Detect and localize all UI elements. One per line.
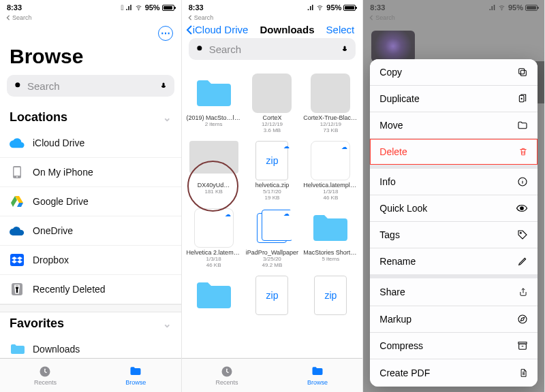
- folder-icon: [517, 120, 528, 130]
- location-icloud-drive[interactable]: iCloud Drive: [0, 129, 181, 158]
- battery-pct: 95%: [326, 3, 341, 12]
- file-item[interactable]: CorteX-True-Black-Neon 12/12/19 73 KB: [301, 69, 360, 137]
- file-item[interactable]: ☁︎ iPadPro_Wallpaper 3/25/20 49.2 MB: [243, 204, 302, 272]
- location-onedrive[interactable]: OneDrive: [0, 216, 181, 246]
- search-field[interactable]: Search: [189, 38, 356, 60]
- location-dropbox[interactable]: Dropbox: [0, 246, 181, 275]
- tab-bar: Recents Browse: [182, 358, 363, 392]
- location-on-my-iphone[interactable]: On My iPhone: [0, 158, 181, 187]
- back-button[interactable]: iCloud Drive: [186, 24, 249, 35]
- svg-point-9: [320, 10, 320, 10]
- chevron-down-icon: ⌄: [163, 112, 172, 124]
- iphone-icon: [10, 165, 25, 180]
- section-favorites[interactable]: Favorites ⌄: [0, 312, 181, 335]
- menu-copy[interactable]: Copy: [370, 59, 538, 86]
- cloud-icon: ☁︎: [283, 210, 290, 217]
- folder-title: Downloads: [260, 24, 314, 35]
- menu-share[interactable]: Share: [370, 278, 538, 306]
- archive-icon: [517, 340, 528, 351]
- status-time: 8:33: [189, 3, 204, 12]
- nav-back-search[interactable]: Search: [182, 14, 363, 21]
- menu-markup[interactable]: Markup: [370, 306, 538, 333]
- svg-rect-21: [519, 344, 527, 349]
- search-placeholder: Search: [209, 44, 341, 55]
- status-bar: 8:33 􀙇 .ıl 95%: [0, 0, 181, 14]
- folder-icon: [194, 280, 234, 311]
- duplicate-icon: [517, 93, 528, 104]
- status-time: 8:33: [370, 3, 385, 12]
- status-time: 8:33: [7, 3, 22, 12]
- menu-quick-look[interactable]: Quick Look: [370, 195, 538, 222]
- mic-icon[interactable]: [341, 44, 349, 54]
- tab-bar: Recents Browse: [0, 358, 181, 392]
- eye-icon: [516, 204, 528, 212]
- file-item[interactable]: (2019) MacSto…llpapers 2 items: [185, 69, 243, 137]
- status-right: .ıl 95%: [307, 3, 356, 12]
- file-item[interactable]: ☁︎ Helvetica 2.latemplate 1/3/18 46 KB: [185, 204, 243, 272]
- image-thumbnail: [311, 74, 350, 113]
- image-thumbnail: [252, 74, 292, 113]
- menu-info[interactable]: Info: [370, 169, 538, 195]
- stack-icon: [257, 213, 287, 243]
- file-item[interactable]: MacStories Shortcuts Icons 5 items: [301, 204, 360, 272]
- menu-compress[interactable]: Compress: [370, 333, 538, 359]
- battery-pct: 95%: [145, 3, 160, 12]
- select-button[interactable]: Select: [326, 24, 355, 35]
- nav-bar: iCloud Drive Downloads Select: [182, 21, 363, 38]
- battery-icon: [162, 5, 174, 11]
- annotation-circle: [187, 161, 238, 212]
- svg-rect-6: [10, 254, 24, 266]
- svg-point-18: [520, 207, 524, 210]
- file-item[interactable]: ☁︎ Helvetica.latemplate 1/3/18 46 KB: [301, 137, 360, 204]
- wifi-icon: [497, 4, 506, 11]
- status-bar: 8:33 .ıl 95%: [363, 0, 544, 14]
- page-title: Browse: [0, 21, 181, 75]
- menu-move[interactable]: Move: [370, 112, 538, 139]
- svg-point-10: [197, 46, 202, 50]
- svg-rect-15: [519, 69, 525, 74]
- tab-browse[interactable]: Browse: [91, 359, 181, 392]
- folder-icon: [129, 365, 142, 378]
- wifi-icon: [315, 4, 324, 11]
- menu-duplicate[interactable]: Duplicate: [370, 86, 538, 112]
- clock-icon: [220, 365, 234, 378]
- pane-context-menu: 8:33 .ıl 95% Search Copy Duplicate Move …: [363, 0, 545, 392]
- markup-icon: [517, 314, 528, 325]
- file-item[interactable]: [185, 272, 243, 318]
- icloud-icon: [10, 135, 25, 150]
- ellipsis-icon: ⋯: [158, 26, 173, 41]
- chevron-down-icon: ⌄: [163, 318, 172, 330]
- battery-icon: [343, 5, 356, 11]
- more-button[interactable]: ⋯: [158, 26, 173, 41]
- file-item[interactable]: CorteX 12/12/19 3.6 MB: [243, 69, 302, 137]
- search-icon: [14, 81, 23, 91]
- section-locations[interactable]: Locations ⌄: [0, 106, 181, 129]
- file-item[interactable]: zip: [243, 272, 302, 318]
- svg-rect-4: [14, 167, 20, 176]
- location-google-drive[interactable]: Google Drive: [0, 187, 181, 216]
- menu-create-pdf[interactable]: Create PDF: [370, 359, 538, 387]
- nav-back-search[interactable]: Search: [0, 14, 181, 21]
- folder-icon: [311, 212, 350, 244]
- tag-icon: [517, 229, 528, 240]
- menu-tags[interactable]: Tags: [370, 222, 538, 248]
- clock-icon: [38, 365, 52, 378]
- search-field[interactable]: Search: [7, 75, 174, 97]
- pane-browse: 8:33 􀙇 .ıl 95% Search ⋯ Browse Search Lo…: [0, 0, 182, 392]
- tab-recents[interactable]: Recents: [0, 359, 91, 392]
- menu-rename[interactable]: Rename: [370, 248, 538, 274]
- mic-icon[interactable]: [159, 80, 168, 91]
- cloud-icon: ☁︎: [225, 211, 231, 218]
- menu-delete[interactable]: Delete: [370, 139, 538, 165]
- svg-point-1: [15, 82, 20, 87]
- signal-icon: 􀙇: [121, 3, 123, 12]
- folder-icon: [194, 78, 234, 109]
- zip-icon: zip: [255, 276, 288, 315]
- tab-recents[interactable]: Recents: [182, 359, 272, 392]
- location-recently-deleted[interactable]: Recently Deleted: [0, 275, 181, 304]
- tab-browse[interactable]: Browse: [272, 359, 362, 392]
- file-item[interactable]: zip☁︎ helvetica.zip 5/17/20 19 KB: [243, 137, 302, 204]
- status-right: 􀙇 .ıl 95%: [121, 3, 174, 12]
- pdf-icon: [518, 367, 528, 379]
- file-item[interactable]: zip: [301, 272, 360, 318]
